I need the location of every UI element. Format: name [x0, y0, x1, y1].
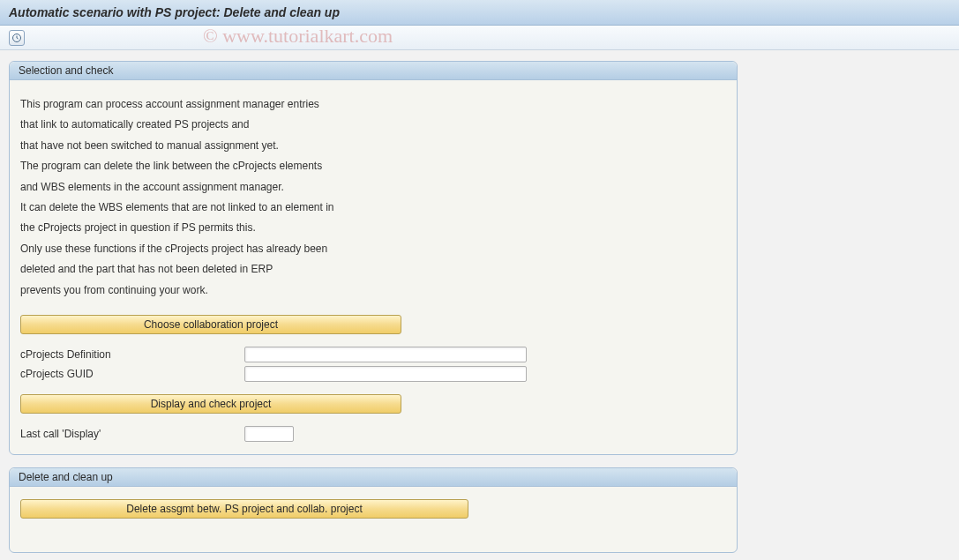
desc-line: deleted and the part that has not been d… — [20, 259, 726, 280]
desc-line: prevents you from continuing your work. — [20, 280, 726, 301]
desc-line: It can delete the WBS elements that are … — [20, 198, 726, 218]
field-row-guid: cProjects GUID — [20, 366, 726, 382]
title-bar: Automatic scenario with PS project: Dele… — [0, 0, 959, 26]
execute-icon[interactable] — [9, 30, 25, 46]
group-body-selection: This program can process account assignm… — [10, 80, 737, 454]
page-title: Automatic scenario with PS project: Dele… — [9, 5, 340, 19]
desc-line: This program can process account assignm… — [20, 94, 726, 115]
cprojects-definition-label: cProjects Definition — [20, 348, 244, 361]
last-call-label: Last call 'Display' — [20, 428, 244, 440]
desc-line: that have not been switched to manual as… — [20, 136, 726, 156]
last-call-input[interactable] — [244, 426, 294, 442]
cprojects-guid-input[interactable] — [244, 366, 527, 382]
group-body-delete: Delete assgmt betw. PS project and colla… — [10, 487, 737, 552]
desc-line: Only use these functions if the cProject… — [20, 239, 726, 259]
desc-line: that link to automatically created PS pr… — [20, 115, 726, 135]
desc-line: and WBS elements in the account assignme… — [20, 177, 726, 198]
display-check-button[interactable]: Display and check project — [20, 394, 401, 414]
content-area: Selection and check This program can pro… — [0, 50, 959, 560]
desc-line: The program can delete the link between … — [20, 156, 726, 176]
choose-collaboration-button[interactable]: Choose collaboration project — [20, 315, 401, 334]
cprojects-guid-label: cProjects GUID — [20, 368, 244, 380]
desc-line: the cProjects project in question if PS … — [20, 218, 726, 238]
group-header-delete: Delete and clean up — [10, 468, 737, 487]
toolbar — [0, 26, 959, 50]
cprojects-definition-input[interactable] — [244, 347, 527, 362]
selection-check-group: Selection and check This program can pro… — [9, 61, 738, 455]
group-header-selection: Selection and check — [10, 62, 737, 80]
delete-cleanup-group: Delete and clean up Delete assgmt betw. … — [9, 467, 738, 553]
field-row-lastcall: Last call 'Display' — [20, 426, 726, 442]
description-text: This program can process account assignm… — [20, 94, 726, 301]
delete-assignment-button[interactable]: Delete assgmt betw. PS project and colla… — [20, 499, 468, 519]
field-row-definition: cProjects Definition — [20, 347, 726, 362]
